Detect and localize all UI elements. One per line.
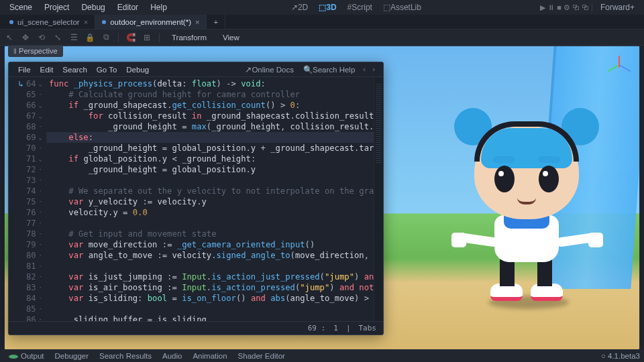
- script-menu-search[interactable]: Search: [58, 64, 91, 75]
- scene-icon: [102, 20, 106, 24]
- workspace-2d[interactable]: ↗2D: [286, 1, 313, 13]
- bottom-panel-debugger[interactable]: Debugger: [50, 352, 94, 360]
- nav-forward-icon[interactable]: ›: [370, 64, 378, 76]
- scene-tab[interactable]: ui_scene_selector×: [3, 15, 95, 29]
- view-menu[interactable]: View: [217, 32, 245, 43]
- ruler-icon[interactable]: 🧲: [125, 32, 136, 43]
- scene-tabs: ui_scene_selector×outdoor_environment(*)…: [0, 15, 644, 29]
- script-menu-debug[interactable]: Debug: [122, 64, 153, 75]
- workspace-script[interactable]: #Script: [343, 1, 377, 13]
- menu-help[interactable]: Help: [145, 1, 172, 13]
- viewport-toolbar: ↖ ✥ ⟲ ⤡ ☰ 🔒 ⧉ 🧲 ⊞ Transform View: [0, 29, 644, 46]
- search-help-button[interactable]: 🔍Search Help: [299, 64, 359, 76]
- workspace-assetlib[interactable]: ⬚AssetLib: [378, 1, 426, 13]
- bottom-panel-audio[interactable]: Audio: [158, 352, 186, 360]
- bottom-panel-bar: OutputDebuggerSearch ResultsAudioAnimati…: [0, 350, 644, 362]
- perspective-toggle[interactable]: ⫴ Perspective: [8, 46, 63, 57]
- group-icon[interactable]: ⧉: [101, 32, 111, 43]
- main-menubar: SceneProjectDebugEditorHelp ↗2D⬚3D#Scrip…: [0, 0, 644, 15]
- snap-icon[interactable]: ⊞: [142, 32, 152, 43]
- scene-icon: [9, 20, 13, 24]
- tab-label: ui_scene_selector: [17, 18, 80, 26]
- minimap[interactable]: [374, 77, 383, 321]
- script-menu-edit[interactable]: Edit: [36, 64, 58, 75]
- script-menu-go-to[interactable]: Go To: [93, 64, 121, 75]
- script-menubar: FileEditSearchGo ToDebug ↗Online Docs 🔍S…: [9, 62, 383, 77]
- workspace-3d[interactable]: ⬚3D: [314, 1, 341, 13]
- move-tool-icon[interactable]: ✥: [20, 32, 31, 43]
- menu-editor[interactable]: Editor: [112, 1, 144, 13]
- script-menu-file[interactable]: File: [14, 64, 35, 75]
- bottom-panel-shader-editor[interactable]: Shader Editor: [233, 352, 290, 360]
- transform-menu[interactable]: Transform: [166, 32, 212, 43]
- orientation-gizmo[interactable]: [606, 53, 633, 80]
- list-tool-icon[interactable]: ☰: [68, 32, 79, 43]
- bottom-panel-search-results[interactable]: Search Results: [95, 352, 156, 360]
- bottom-panel-output[interactable]: Output: [4, 352, 49, 360]
- playback-controls[interactable]: ▶ ⏸ ■ ⚙ ⧉ ⧉: [540, 3, 589, 12]
- bottom-panel-animation[interactable]: Animation: [188, 352, 231, 360]
- nav-back-icon[interactable]: ‹: [360, 64, 368, 76]
- version-label: ○ 4.1.beta3: [601, 352, 640, 360]
- scene-tab[interactable]: outdoor_environment(*)×: [95, 15, 207, 29]
- menu-debug[interactable]: Debug: [76, 1, 110, 13]
- cursor-col: 1: [333, 324, 338, 333]
- tab-label: outdoor_environment(*): [110, 18, 191, 26]
- indent-mode[interactable]: Tabs: [359, 324, 377, 333]
- online-docs-button[interactable]: ↗Online Docs: [241, 64, 298, 76]
- cursor-line: 69 :: [308, 324, 326, 333]
- select-tool-icon[interactable]: ↖: [4, 32, 15, 43]
- lock-icon[interactable]: 🔒: [85, 32, 95, 43]
- scene-character: [451, 108, 599, 309]
- script-editor: FileEditSearchGo ToDebug ↗Online Docs 🔍S…: [8, 62, 384, 335]
- scale-tool-icon[interactable]: ⤡: [52, 32, 63, 43]
- close-icon[interactable]: ×: [195, 18, 199, 26]
- code-area[interactable]: ↳ 64⌄65·66⌄67⌄68·69⌄70·71⌄72·73·74·75·76…: [9, 77, 383, 321]
- script-status-bar: 69 : 1 | Tabs: [9, 321, 383, 335]
- close-icon[interactable]: ×: [84, 18, 88, 26]
- menu-scene[interactable]: Scene: [4, 1, 38, 13]
- menu-project[interactable]: Project: [39, 1, 74, 13]
- render-mode-dropdown[interactable]: Forward+: [595, 1, 640, 13]
- rotate-tool-icon[interactable]: ⟲: [36, 32, 47, 43]
- add-tab-button[interactable]: +: [207, 15, 225, 29]
